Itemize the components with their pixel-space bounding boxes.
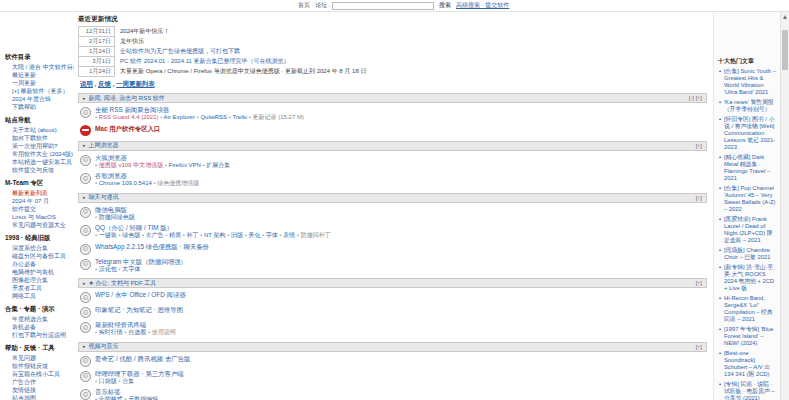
software-title-link[interactable]: WhatsApp 2.2.15 绿色便携版 · 聊天备份 bbox=[95, 243, 209, 250]
software-sub-link[interactable]: 一键装 bbox=[99, 232, 117, 238]
right-post-link[interactable]: [专辑] 民谣 · 说唱 · 试听版 · 电影原声 – 分享节 (2021) bbox=[724, 381, 775, 400]
software-sub-link[interactable]: 绿色版 bbox=[122, 232, 140, 238]
software-sub-link[interactable]: 补丁 bbox=[187, 232, 199, 238]
software-sub-link[interactable]: 汉化包 bbox=[99, 266, 117, 272]
sidebar-link[interactable]: 2024 年度合辑 bbox=[12, 96, 51, 102]
section-header-link[interactable]: 阅读 bbox=[104, 95, 116, 101]
update-text[interactable]: 全站软件均为无广告绿色便携版，可打包下载 bbox=[115, 47, 372, 57]
sidebar-link[interactable]: 年度精选合集 bbox=[12, 316, 48, 322]
sidebar-link[interactable]: 关于本站 (about) bbox=[12, 127, 57, 133]
notice-link[interactable]: 说明 bbox=[80, 80, 93, 87]
sidebar-link[interactable]: 最近更新 bbox=[12, 72, 36, 78]
section-header-link[interactable]: ★ 办公 bbox=[89, 280, 108, 286]
scroll-up-icon[interactable] bbox=[781, 12, 789, 21]
scrollbar-thumb[interactable] bbox=[782, 30, 788, 70]
software-title-link[interactable]: 音乐标签 bbox=[95, 388, 121, 395]
software-title-link[interactable]: 火狐浏览器 bbox=[95, 154, 127, 161]
advanced-search-link[interactable]: 高级搜索 · 提交软件 bbox=[456, 1, 509, 10]
sidebar-link[interactable]: 广告合作 bbox=[12, 379, 36, 385]
sidebar-link[interactable]: 网络工具 bbox=[12, 293, 36, 299]
section-header-link[interactable]: 杂志与 RSS 软件 bbox=[119, 95, 165, 101]
sidebar-link[interactable]: 打包下载与分流说明 bbox=[12, 332, 66, 338]
right-post-link[interactable]: [黑胶转录] Frank Laurel / Dead of Night (2LP… bbox=[724, 216, 772, 243]
section-header-link[interactable]: 上网浏览器 bbox=[89, 142, 119, 148]
software-sub-link[interactable]: Chrome 109.0.5414 bbox=[99, 180, 152, 186]
update-text[interactable]: PC 软件 2024.01 - 2024.11 更新合集已整理完毕（可在线浏览） bbox=[115, 57, 372, 67]
search-button[interactable]: 搜索 bbox=[439, 1, 451, 10]
notice-link[interactable]: 反馈 bbox=[98, 80, 111, 87]
software-sub-link[interactable]: Air Explorer bbox=[164, 114, 195, 120]
sidebar-link[interactable]: 最新更新列表 bbox=[12, 190, 48, 196]
section-collapse-arrow-icon[interactable]: ▸ bbox=[83, 195, 86, 200]
section-header-link[interactable]: 聊天与通讯 bbox=[89, 194, 119, 200]
sidebar-link[interactable]: 友情链接 bbox=[12, 387, 36, 393]
sidebar-link[interactable]: 软件报错反馈 bbox=[12, 363, 48, 369]
software-title-link[interactable]: 全能 RSS 新闻聚合阅读器 bbox=[95, 106, 169, 113]
software-title-link[interactable]: Telegram 中文版（防撤回增强） bbox=[95, 258, 187, 265]
sidebar-link[interactable]: 一周更新 bbox=[12, 80, 36, 86]
right-post-link[interactable]: [现场版] Chambre Choir – 巴黎 2021 bbox=[724, 247, 770, 260]
right-post-link[interactable]: [怀旧专区] 图书 / 小说 / 有声读物 [Web] Communicatio… bbox=[724, 116, 775, 150]
sidebar-link[interactable]: 软件提交与反馈 bbox=[12, 167, 54, 173]
software-sub-link[interactable]: Firefox VPN bbox=[169, 162, 201, 168]
software-sub-link[interactable]: QuiteRSS bbox=[200, 114, 227, 120]
right-post-link[interactable]: [新专辑] 洪·雪山·至美·大气 ROCKS 2024 电吉他 + 2CD + … bbox=[724, 264, 774, 291]
sidebar-link[interactable]: 站点地图 bbox=[12, 395, 36, 400]
sidebar-link[interactable]: 电脑维护与装机 bbox=[12, 269, 54, 275]
section-top-control[interactable]: [↑] bbox=[696, 344, 702, 350]
right-post-link[interactable]: [1997 年专辑] 'Blue Forest Island' – NEW! (… bbox=[724, 326, 773, 346]
section-top-control[interactable]: [↑] bbox=[696, 195, 702, 201]
section-header-link[interactable]: 文档与 PDF 工具 bbox=[111, 280, 156, 286]
software-title-link[interactable]: 微信电脑版 bbox=[95, 206, 127, 213]
sidebar-link[interactable]: 装机必备 bbox=[12, 324, 36, 330]
section-top-control[interactable]: [↑] bbox=[696, 143, 702, 149]
software-title-link[interactable]: 最新财经资讯终端 bbox=[95, 321, 146, 328]
software-title-link[interactable]: WPS / 永中 Office / OFD 阅读器 bbox=[95, 291, 186, 298]
notice-link[interactable]: 一周更新列表 bbox=[116, 80, 154, 87]
software-sub-link[interactable]: 合集 bbox=[122, 378, 134, 384]
sidebar-link[interactable]: 本站精选一键安装工具 bbox=[12, 159, 72, 165]
sidebar-link[interactable]: 办公必备 bbox=[12, 261, 36, 267]
sidebar-link[interactable]: 常见问题与资源大全 bbox=[12, 222, 66, 228]
software-sub-link[interactable]: 全能格式 bbox=[99, 396, 123, 400]
sidebar-link[interactable]: 2024 年 07 月 bbox=[12, 198, 49, 204]
software-sub-link[interactable]: 去广告 bbox=[146, 232, 164, 238]
sidebar-link[interactable]: 如何下载软件 bbox=[12, 135, 48, 141]
search-input[interactable] bbox=[332, 2, 434, 10]
right-post-link[interactable]: [Best-one Soundtrack] Schubert – A/V 出 1… bbox=[724, 350, 770, 377]
sidebar-link[interactable]: 磁盘分区与备份工具 bbox=[12, 253, 66, 259]
sidebar-link[interactable]: 常见问题 bbox=[12, 355, 36, 361]
software-title-link[interactable]: 哔哩哔哩下载器 · 第三方客户端 bbox=[95, 370, 184, 377]
sidebar-link[interactable]: 深度系统合集 bbox=[12, 245, 48, 251]
section-collapse-arrow-icon[interactable]: ▸ bbox=[83, 344, 86, 349]
software-sub-link[interactable]: 自选股 bbox=[128, 329, 146, 335]
software-sub-link[interactable]: 防撤回绿色版 bbox=[99, 214, 135, 220]
right-post-link[interactable]: 'Ka-news' 警告周报（开学季特别号） bbox=[724, 99, 774, 112]
section-top-control[interactable]: [-] [↑] bbox=[689, 95, 702, 101]
sidebar-link[interactable]: 大陆 / 港台 中文软件目录 bbox=[12, 64, 74, 70]
software-sub-link[interactable]: 表情 bbox=[283, 232, 295, 238]
software-sub-link[interactable]: 精简 bbox=[169, 232, 181, 238]
alert-link[interactable]: Mac 用户软件专区入口 bbox=[95, 125, 160, 132]
software-title-link[interactable]: 印象笔记 · 为知笔记 · 思维导图 bbox=[95, 306, 183, 313]
section-header-link[interactable]: 视频与音乐 bbox=[89, 343, 119, 349]
sidebar-link[interactable]: 开发者工具 bbox=[12, 285, 42, 291]
sidebar-link[interactable]: [+] 最新软件（更多） bbox=[12, 88, 69, 94]
sidebar-link[interactable]: 下载帮助 bbox=[12, 104, 36, 110]
sidebar-link[interactable]: 常用软件大全 (2024版) bbox=[12, 151, 73, 157]
sidebar-link[interactable]: 图像处理合集 bbox=[12, 277, 48, 283]
topbar-forum-link[interactable]: 论坛 bbox=[315, 1, 327, 10]
software-sub-link[interactable]: 便携版 v109 中文增强版 bbox=[99, 162, 163, 168]
section-top-control[interactable]: [↑] bbox=[696, 280, 702, 286]
page-scrollbar[interactable] bbox=[780, 12, 789, 400]
right-post-link[interactable]: [合集] Sonic Youth – Greatest Hits & World… bbox=[724, 68, 776, 95]
section-collapse-arrow-icon[interactable]: ▸ bbox=[83, 281, 86, 286]
sidebar-link[interactable]: 软件提交 bbox=[12, 206, 36, 212]
section-header-link[interactable]: 新闻 bbox=[89, 95, 101, 101]
software-sub-link[interactable]: 美化 bbox=[248, 232, 260, 238]
right-post-link[interactable]: [合集] Pop Channel 'Autumn' 45 – Very Swee… bbox=[724, 185, 776, 212]
software-sub-link[interactable]: 旧版 bbox=[231, 232, 243, 238]
sidebar-link[interactable]: 百宝箱在线小工具 bbox=[12, 371, 60, 377]
right-post-link[interactable]: [精心收藏] Dark Metal 精选集 · Flamingo Travel … bbox=[724, 154, 770, 181]
software-sub-link[interactable]: 大字体 bbox=[122, 266, 140, 272]
